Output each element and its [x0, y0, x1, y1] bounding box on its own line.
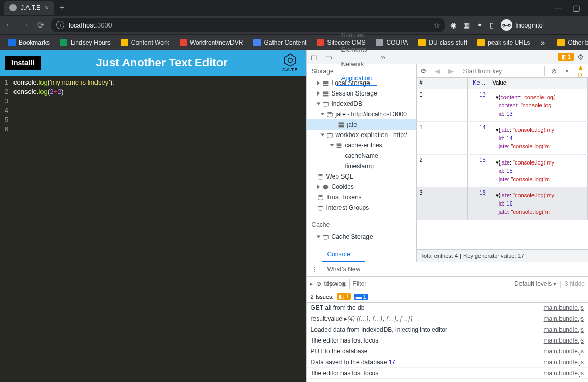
- refresh-icon[interactable]: ⟳: [417, 67, 431, 75]
- code-editor[interactable]: 123456 console.log('my name is lindsey')…: [0, 76, 306, 382]
- data-panel: ⟳ ◀ ▶ ⊘ × ▲ D # Ke… Value 013▾{content: …: [417, 64, 588, 262]
- session-storage-item[interactable]: Session Storage: [307, 88, 416, 99]
- browser-tab[interactable]: J.A.T.E ×: [4, 1, 54, 15]
- code-area[interactable]: console.log('my name is lindsey');consol…: [10, 76, 114, 382]
- gear-icon[interactable]: ⚙: [577, 53, 584, 61]
- next-icon[interactable]: ▶: [444, 67, 458, 75]
- context-selector[interactable]: top ▾: [324, 280, 338, 288]
- device-icon[interactable]: ▭: [321, 53, 336, 61]
- svg-point-28: [318, 195, 323, 196]
- svg-rect-6: [376, 39, 383, 46]
- inspect-icon[interactable]: ◻: [307, 53, 321, 61]
- data-toolbar: ⟳ ◀ ▶ ⊘ × ▲ D: [417, 64, 588, 78]
- col-value[interactable]: Value: [489, 78, 588, 89]
- websql-item[interactable]: Web SQL: [307, 171, 416, 182]
- live-expr-icon[interactable]: ◉: [341, 280, 346, 288]
- log-row[interactable]: Data saved to the database 17main.bundle…: [307, 357, 588, 368]
- extension-icon[interactable]: ▦: [463, 21, 470, 29]
- indexeddb-item[interactable]: IndexedDB: [307, 99, 416, 109]
- bookmark-item[interactable]: Workfront/newDVR: [175, 37, 247, 48]
- app-title: Just Another Text Editor: [41, 56, 282, 70]
- console-log[interactable]: GET all from the dbmain.bundle.jsresult.…: [307, 303, 588, 382]
- svg-rect-2: [121, 39, 128, 46]
- svg-point-22: [327, 132, 332, 134]
- camera-icon[interactable]: ◉: [450, 21, 456, 29]
- console-clear-icon[interactable]: ⊘: [316, 280, 321, 288]
- info-icon[interactable]: i: [56, 21, 64, 29]
- console-tab-console[interactable]: Console: [322, 248, 366, 262]
- console-tab-what-s-new[interactable]: What's New: [322, 262, 366, 277]
- close-icon[interactable]: ×: [45, 4, 49, 12]
- bookmark-item[interactable]: Gather Content: [249, 37, 310, 48]
- log-row[interactable]: result.value ▸(4) [{…}, {…}, {…}, {…}]ma…: [307, 313, 588, 324]
- more-tabs-icon[interactable]: »: [377, 53, 389, 61]
- minimize-icon[interactable]: ―: [554, 3, 562, 13]
- table-row[interactable]: 013▾{content: "console.log( content: "co…: [417, 89, 588, 122]
- issues-bar[interactable]: 2 Issues: ◧ 1 ▬ 1: [307, 291, 588, 303]
- log-row[interactable]: PUT to the databasemain.bundle.js: [307, 346, 588, 357]
- levels-selector[interactable]: Default levels ▾: [514, 280, 556, 288]
- log-row[interactable]: GET all from the dbmain.bundle.js: [307, 303, 588, 313]
- svg-rect-24: [336, 145, 341, 146]
- log-row[interactable]: Loaded data from IndexedDB, injecting in…: [307, 324, 588, 335]
- table-row[interactable]: 316▾{jate: "console.log('my id: 16 jate:…: [417, 187, 588, 220]
- maximize-icon[interactable]: ▢: [572, 3, 580, 13]
- devtools-tab-sources[interactable]: Sources: [336, 28, 377, 43]
- other-bookmarks[interactable]: Other book: [553, 37, 588, 48]
- cachename-item[interactable]: cacheName: [307, 151, 416, 161]
- devtools-tab-application[interactable]: Application: [336, 72, 377, 86]
- new-tab-button[interactable]: +: [54, 3, 70, 13]
- forward-button[interactable]: →: [20, 20, 30, 30]
- devtools-tab-elements[interactable]: Elements: [336, 43, 377, 57]
- bookmark-item[interactable]: DU class stuff: [414, 37, 471, 48]
- svg-rect-0: [8, 39, 16, 46]
- bookmark-item[interactable]: Lindsey Hours: [56, 37, 115, 48]
- table-row[interactable]: 215▾{jate: "console.log('my id: 15 jate:…: [417, 155, 588, 187]
- console-play-icon[interactable]: ▸: [310, 280, 313, 288]
- jate-db-item[interactable]: jate - http://localhost:3000: [307, 109, 416, 119]
- reload-button[interactable]: ⟳: [35, 20, 46, 30]
- devtools-tab-network[interactable]: Network: [336, 57, 377, 72]
- star-icon[interactable]: ☆: [434, 21, 440, 29]
- jate-logo: J.A.T.E: [282, 53, 298, 72]
- bookmarks-bar: BookmarksLindsey HoursContent WorkWorkfr…: [0, 34, 588, 50]
- incognito-indicator[interactable]: Incognito: [501, 19, 543, 31]
- col-key[interactable]: Ke…: [468, 78, 489, 89]
- bookmark-item[interactable]: Bookmarks: [4, 37, 54, 48]
- jate-store-item[interactable]: jate: [307, 119, 416, 130]
- back-button[interactable]: ←: [4, 20, 15, 30]
- interest-groups-item[interactable]: Interest Groups: [307, 202, 416, 213]
- svg-rect-1: [60, 39, 67, 46]
- clear-icon[interactable]: ⊘: [547, 67, 561, 75]
- install-button[interactable]: Install!: [5, 56, 41, 70]
- svg-point-17: [323, 101, 328, 103]
- bookmark-item[interactable]: Content Work: [117, 37, 173, 48]
- incognito-icon: [501, 19, 512, 31]
- delete-icon[interactable]: ×: [561, 67, 573, 75]
- cache-entries-item[interactable]: cache-entries: [307, 140, 416, 151]
- svg-point-29: [318, 205, 323, 207]
- trust-tokens-item[interactable]: Trust Tokens: [307, 192, 416, 202]
- start-from-key-input[interactable]: [460, 66, 545, 76]
- svg-rect-19: [338, 122, 344, 124]
- svg-rect-16: [323, 94, 328, 96]
- bookmark-item[interactable]: peak site URLs: [473, 37, 534, 48]
- workbox-db-item[interactable]: workbox-expiration - http:/: [307, 130, 416, 140]
- console-menu-icon[interactable]: ⋮: [307, 265, 322, 274]
- col-index[interactable]: #: [417, 78, 468, 89]
- puzzle-icon[interactable]: ✦: [477, 21, 483, 29]
- timestamp-item[interactable]: timestamp: [307, 161, 416, 171]
- filter-input[interactable]: [349, 279, 453, 289]
- bookmark-item[interactable]: COUPA: [372, 37, 412, 48]
- issue-badge[interactable]: ◧ 1: [558, 53, 574, 61]
- cookies-item[interactable]: Cookies: [307, 182, 416, 192]
- prev-icon[interactable]: ◀: [431, 67, 444, 75]
- log-row[interactable]: The editor has lost focusmain.bundle.js: [307, 335, 588, 346]
- panel-icon[interactable]: ▯: [490, 21, 494, 29]
- url-input[interactable]: i localhost:3000 ☆: [51, 18, 445, 32]
- cache-storage-item[interactable]: Cache Storage: [307, 231, 416, 242]
- warn-icon: ▲ D: [573, 63, 588, 79]
- log-row[interactable]: The editor has lost focusmain.bundle.js: [307, 368, 588, 379]
- bookmarks-overflow-icon[interactable]: »: [536, 38, 549, 47]
- table-row[interactable]: 114▾{jate: "console.log('my id: 14 jate:…: [417, 122, 588, 155]
